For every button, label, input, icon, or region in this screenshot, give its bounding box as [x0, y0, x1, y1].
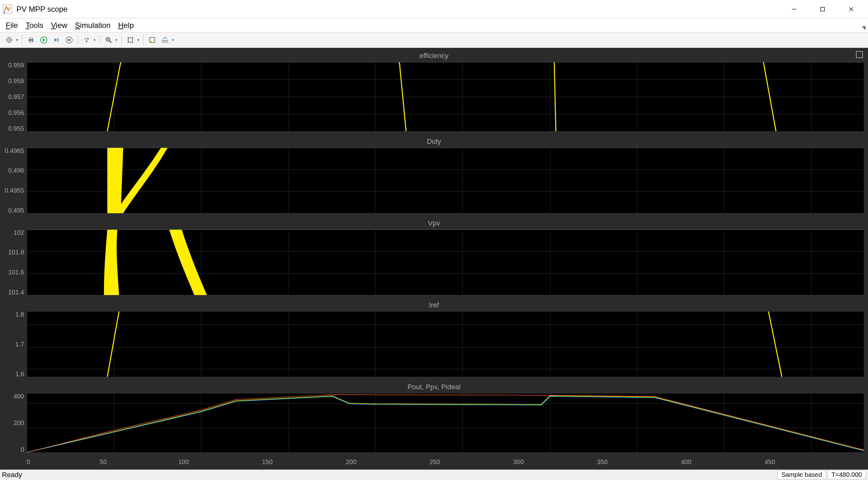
- svg-rect-13: [30, 37, 32, 39]
- plot-canvas-iref[interactable]: [27, 311, 864, 377]
- status-bar: Ready Sample based T=480.000: [0, 470, 868, 480]
- triggers-button[interactable]: [81, 34, 97, 46]
- measurements-button[interactable]: [159, 34, 176, 46]
- svg-marker-16: [43, 38, 45, 41]
- plot-title: efficiency: [4, 51, 864, 62]
- plot-canvas-vpv[interactable]: [27, 229, 864, 295]
- menu-overflow-icon[interactable]: ◥: [862, 25, 865, 31]
- configure-button[interactable]: [3, 34, 20, 46]
- stop-button[interactable]: [63, 34, 75, 46]
- app-icon: [3, 4, 13, 14]
- toolbar-separator: [144, 35, 144, 45]
- plot-power: Pout, Ppv, Pideal 400 200 0: [4, 382, 864, 453]
- plot-canvas-efficiency[interactable]: [27, 62, 864, 132]
- menu-help[interactable]: Help: [114, 19, 137, 32]
- x-axis-row: 0 50 100 150 200 250 300 350 400 450 480: [4, 458, 864, 466]
- minimize-button[interactable]: [780, 0, 808, 19]
- y-axis: 1.8 1.7 1.6: [4, 311, 27, 377]
- svg-point-22: [87, 38, 89, 40]
- menu-tools[interactable]: Tools: [22, 19, 47, 32]
- autoscale-button[interactable]: [124, 34, 141, 46]
- y-axis: 0.4965 0.496 0.4955 0.495: [4, 148, 27, 214]
- plot-title: Pout, Ppv, Pideal: [4, 382, 864, 393]
- plot-vpv: Vpv 102 101.8 101.6 101.4: [4, 218, 864, 295]
- zoom-button[interactable]: [102, 34, 119, 46]
- x-axis: 0 50 100 150 200 250 300 350 400 450 480: [27, 458, 864, 466]
- toolbar: [0, 32, 868, 47]
- svg-rect-1: [4, 12, 5, 13]
- plot-title: Iref: [4, 300, 864, 311]
- y-axis: 400 200 0: [4, 393, 27, 453]
- run-button[interactable]: [38, 34, 50, 46]
- svg-rect-14: [30, 41, 32, 42]
- plot-title: Duty: [4, 136, 864, 148]
- toolbar-separator: [78, 35, 78, 45]
- maximize-axes-icon[interactable]: [856, 51, 863, 58]
- svg-rect-28: [128, 38, 133, 42]
- window-title: PV MPP scope: [17, 5, 780, 13]
- svg-point-7: [8, 39, 10, 41]
- toolbar-separator: [122, 35, 122, 45]
- maximize-button[interactable]: [808, 0, 837, 19]
- menu-file[interactable]: File: [2, 19, 22, 32]
- window-controls: [780, 0, 865, 19]
- plot-efficiency: efficiency 0.959 0.958 0.957 0.956 0.955: [4, 51, 864, 132]
- svg-rect-20: [68, 39, 70, 41]
- print-button[interactable]: [25, 34, 37, 46]
- plot-canvas-duty[interactable]: [27, 148, 864, 214]
- svg-rect-3: [821, 7, 825, 11]
- svg-rect-18: [57, 38, 58, 42]
- svg-marker-17: [55, 38, 57, 42]
- toolbar-separator: [100, 35, 100, 45]
- svg-point-21: [84, 38, 86, 40]
- plot-iref: Iref 1.8 1.7 1.6: [4, 300, 864, 377]
- status-time: T=480.000: [827, 470, 866, 479]
- plot-title: Vpv: [4, 218, 864, 229]
- menu-view[interactable]: View: [47, 19, 71, 32]
- status-text: Ready: [2, 471, 776, 479]
- close-button[interactable]: [837, 0, 865, 19]
- plot-canvas-power[interactable]: [27, 393, 864, 453]
- toolbar-separator: [22, 35, 23, 45]
- svg-line-25: [110, 41, 111, 43]
- menu-simulation[interactable]: Simulation: [71, 19, 114, 32]
- scope-area: efficiency 0.959 0.958 0.957 0.956 0.955: [0, 48, 868, 470]
- status-mode: Sample based: [777, 470, 826, 479]
- y-axis: 102 101.8 101.6 101.4: [4, 229, 27, 295]
- menu-bar: File Tools View Simulation Help ◥: [0, 19, 868, 32]
- plot-duty: Duty 0.4965 0.496 0.4955 0.495: [4, 136, 864, 214]
- restore-button[interactable]: [146, 34, 158, 46]
- window-title-bar: PV MPP scope: [0, 0, 868, 19]
- svg-point-23: [86, 40, 88, 42]
- y-axis: 0.959 0.958 0.957 0.956 0.955: [4, 62, 27, 132]
- step-forward-button[interactable]: [51, 34, 62, 46]
